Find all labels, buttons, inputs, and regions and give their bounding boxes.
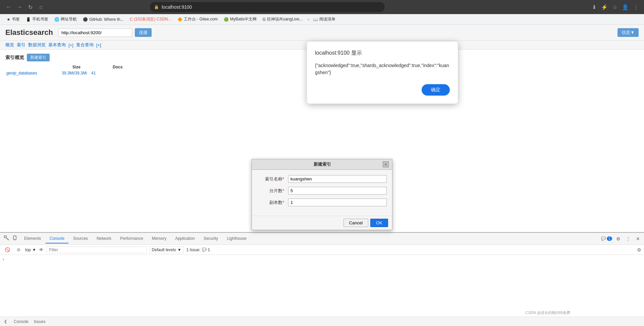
dialog-input-name[interactable]	[288, 175, 387, 183]
es-nav-compound-plus[interactable]: [+]	[96, 43, 101, 48]
address-bar-text[interactable]: localhost:9100	[162, 4, 192, 10]
address-bar-container: 🔒 localhost:9100	[150, 2, 385, 12]
svg-rect-2	[13, 236, 16, 240]
devtools-device-button[interactable]	[11, 234, 19, 243]
dialog-titlebar: 新建索引 ×	[252, 159, 392, 170]
star-button[interactable]: ☆	[611, 3, 619, 12]
bookmark-item[interactable]: 🔶 工作台 - Gitee.com	[175, 15, 220, 23]
svg-line-1	[7, 238, 9, 240]
bookmark-item[interactable]: ★ 书签	[4, 15, 22, 23]
es-sidebar-label: 索引概览	[5, 55, 24, 61]
devtools-inspect-button[interactable]	[3, 234, 11, 243]
browser-chrome: ← → ↻ ⌂ 🔒 localhost:9100 ⬇ ⚡ ☆ 👤 ⋮	[0, 0, 644, 14]
dialog-label-shards: 分片数*	[257, 188, 284, 194]
console-arrow-icon: ›	[3, 257, 4, 262]
home-button[interactable]: ⌂	[36, 2, 46, 12]
level-label: Default levels	[152, 248, 176, 252]
bookmark-item[interactable]: G 狂神说/KuangLive...	[260, 15, 305, 23]
bottom-bar-open-button[interactable]: ❮	[3, 318, 8, 325]
lightning-button[interactable]: ⚡	[600, 3, 609, 12]
dialog-body: 索引名称* 分片数* 副本数*	[252, 170, 392, 216]
console-context-selector[interactable]: top ▼	[25, 248, 36, 252]
watermark-text: CSDN @进去的顾问吗免费	[526, 311, 570, 315]
reading-list[interactable]: 📖 阅读清单	[310, 15, 338, 23]
es-connect-button[interactable]: 连接	[135, 28, 152, 37]
dialog-actions: Cancel OK	[252, 216, 392, 230]
devtools-settings-button[interactable]: ⚙	[615, 235, 622, 243]
dialog-title-text: 新建索引	[262, 161, 383, 167]
devtools-badge: 💬 1	[601, 236, 612, 241]
console-level-select[interactable]: Default levels ▼	[150, 247, 184, 253]
console-issues: 1 Issue: 💬 1	[186, 248, 210, 252]
es-info-button[interactable]: 信息▼	[618, 28, 639, 37]
row-index-size: 39.3Mi/39.3Mi	[62, 71, 89, 75]
alert-dialog-content: {"acknowledged":true,"shards_acknowledge…	[315, 62, 450, 76]
console-settings-button[interactable]: ⚙	[637, 247, 641, 253]
devtools-console-bar: 🚫 ⊘ top ▼ 👁 Default levels ▼ 1 Issue: 💬 …	[0, 245, 644, 255]
devtools-tab-memory[interactable]: Memory	[148, 234, 170, 243]
back-button[interactable]: ←	[4, 2, 13, 12]
chevron-down-icon: ▼	[32, 248, 36, 252]
dialog-field-replicas: 副本数*	[257, 199, 387, 206]
es-url-input[interactable]	[58, 29, 132, 37]
watermark: CSDN @进去的顾问吗免费	[526, 310, 570, 315]
col-header-docs: Docs	[113, 65, 133, 69]
dialog-close-button[interactable]: ×	[383, 161, 389, 167]
devtools-tab-lighthouse[interactable]: Lighthouse	[223, 234, 251, 243]
es-nav-basic-plus[interactable]: [+]	[68, 43, 73, 48]
dialog-ok-button[interactable]: OK	[370, 219, 388, 227]
devtools-more-button[interactable]: ⋮	[625, 235, 632, 243]
bookmarks-bar: ★ 书签 📱 手机书签 🌐 网址导航 ⚫ GitHub: Where th...…	[0, 14, 644, 25]
lock-icon: 🔒	[154, 5, 159, 9]
console-block-button[interactable]: ⊘	[15, 247, 22, 253]
bottom-tab-console[interactable]: Console	[14, 318, 29, 325]
bookmark-item[interactable]: 🟢 MyBatis中文网	[221, 15, 259, 23]
bookmark-item[interactable]: 🌐 网址导航	[52, 15, 79, 23]
devtools-tab-sources[interactable]: Sources	[69, 234, 92, 243]
es-nav-overview[interactable]: 概览	[5, 42, 14, 48]
col-header-name	[5, 65, 59, 69]
es-new-index-button[interactable]: 新建索引	[27, 54, 50, 61]
download-button[interactable]: ⬇	[591, 3, 598, 12]
devtools-actions: 💬 1 ⚙ ⋮ ✕	[601, 235, 641, 243]
dialog-input-shards[interactable]	[288, 187, 387, 195]
alert-ok-button[interactable]: 确定	[422, 84, 450, 96]
devtools-tab-elements[interactable]: Elements	[20, 234, 45, 243]
devtools-tab-application[interactable]: Application	[171, 234, 199, 243]
required-indicator-2: *	[282, 188, 284, 193]
devtools-tab-network[interactable]: Network	[93, 234, 115, 243]
svg-rect-0	[4, 236, 6, 238]
browser-actions: ⬇ ⚡ ☆ 👤 ⋮	[591, 3, 640, 12]
bottom-tab-issues[interactable]: Issues	[34, 318, 46, 325]
bookmark-item[interactable]: ⚫ GitHub: Where th...	[80, 16, 126, 23]
console-eye-button[interactable]: 👁	[39, 247, 44, 253]
devtools-toolbar: Elements Console Sources Network Perform…	[0, 233, 644, 245]
dialog-label-replicas: 副本数*	[257, 200, 284, 206]
more-button[interactable]: ⋮	[632, 3, 640, 12]
bookmark-item[interactable]: 📱 手机书签	[23, 15, 51, 23]
es-nav-data-browse[interactable]: 数据浏览	[28, 42, 46, 48]
more-bookmarks[interactable]: »	[307, 17, 310, 22]
issue-icon: 💬	[202, 248, 207, 252]
refresh-button[interactable]: ↻	[25, 2, 35, 12]
es-nav-basic-query[interactable]: 基本查询	[48, 42, 66, 48]
console-clear-button[interactable]: 🚫	[3, 247, 12, 253]
bookmark-item[interactable]: C (102条消息) CSDN...	[127, 15, 174, 23]
forward-button[interactable]: →	[15, 2, 24, 12]
nav-buttons: ← → ↻ ⌂	[4, 2, 46, 12]
devtools-tab-security[interactable]: Security	[200, 234, 222, 243]
account-button[interactable]: 👤	[621, 3, 630, 12]
es-nav-compound-query[interactable]: 复合查询	[76, 42, 94, 48]
devtools-tab-console[interactable]: Console	[46, 234, 68, 243]
dialog-field-name: 索引名称*	[257, 175, 387, 183]
dialog-input-replicas[interactable]	[288, 199, 387, 206]
es-nav-index[interactable]: 索引	[17, 42, 25, 48]
console-filter-input[interactable]	[46, 247, 147, 253]
issues-label: 1 Issue:	[186, 248, 201, 252]
devtools-bottom-bar: ❮ Console Issues	[0, 317, 644, 326]
devtools-tab-performance[interactable]: Performance	[116, 234, 147, 243]
col-header-size: Size	[72, 65, 99, 69]
devtools-close-button[interactable]: ✕	[635, 235, 641, 243]
dialog-cancel-button[interactable]: Cancel	[343, 219, 368, 227]
required-indicator-3: *	[282, 200, 284, 205]
